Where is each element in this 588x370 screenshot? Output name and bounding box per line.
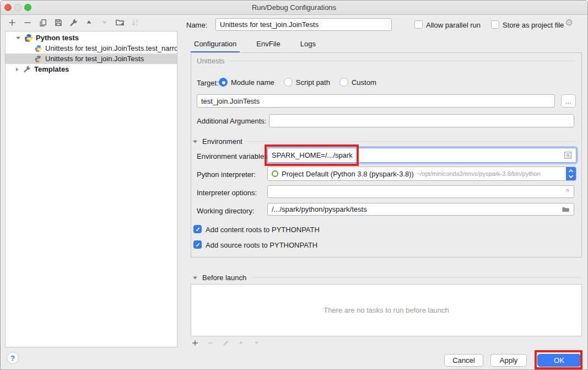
radio-script-path[interactable]: Script path: [284, 78, 330, 87]
radio-module-name[interactable]: Module name: [219, 78, 274, 87]
additional-arguments-label: Additional Arguments:: [197, 117, 266, 125]
tab-logs[interactable]: Logs: [297, 37, 319, 53]
before-launch-section-label: Before launch: [202, 274, 246, 282]
python-tests-icon: [24, 34, 33, 42]
move-down-icon[interactable]: [100, 18, 109, 27]
python-interpreter-label: Python interpreter:: [197, 170, 256, 179]
apply-button[interactable]: Apply: [490, 354, 527, 367]
move-task-up-icon[interactable]: [236, 338, 246, 347]
tab-configuration[interactable]: Configuration: [191, 37, 240, 53]
name-input[interactable]: [215, 18, 392, 31]
python-test-config-icon: [35, 55, 42, 63]
target-input[interactable]: [197, 94, 555, 108]
help-button[interactable]: ?: [7, 352, 19, 364]
before-launch-toolbar: [190, 338, 261, 347]
target-label: Target:: [197, 79, 219, 87]
remove-task-icon[interactable]: [206, 338, 215, 347]
store-as-project-file-checkbox[interactable]: [491, 20, 499, 29]
radio-label: Module name: [231, 78, 274, 87]
add-content-roots-checkbox[interactable]: [193, 225, 202, 233]
tree-item-unittest-narrow[interactable]: Unittests for test_join.JoinTests.test_n…: [6, 43, 177, 53]
store-as-project-file-label[interactable]: Store as project file: [503, 21, 564, 29]
add-source-roots-label[interactable]: Add source roots to PYTHONPATH: [206, 241, 317, 249]
python-interpreter-path: ~/opt/miniconda3/envs/pyspark-3.8/bin/py…: [417, 170, 541, 177]
allow-parallel-run-checkbox[interactable]: [414, 20, 423, 29]
before-launch-section-header: Before launch: [192, 274, 581, 282]
working-directory-value: /.../spark/python/pyspark/tests: [272, 205, 367, 213]
expand-field-icon[interactable]: [563, 188, 570, 195]
ok-button[interactable]: OK: [537, 354, 581, 367]
wrench-icon: [23, 65, 31, 73]
radio-label: Custom: [352, 78, 376, 87]
radio-custom[interactable]: Custom: [339, 78, 376, 87]
python-test-config-icon: [35, 45, 42, 52]
window-title: Run/Debug Configurations: [1, 1, 587, 14]
move-task-down-icon[interactable]: [252, 338, 261, 347]
unittests-section-label: Unittests: [197, 57, 225, 65]
chevron-down-icon[interactable]: [15, 35, 21, 41]
environment-section-label: Environment: [202, 137, 242, 146]
tab-bar: Configuration EnvFile Logs: [191, 37, 319, 53]
target-radio-group: Module name Script path Custom: [219, 78, 376, 87]
python-interpreter-combobox[interactable]: Project Default (Python 3.8 (pyspark-3.8…: [267, 167, 576, 181]
name-label: Name:: [186, 21, 207, 29]
interpreter-options-label: Interpreter options:: [197, 189, 257, 197]
before-launch-empty-message: There are no tasks to run before launch: [323, 306, 449, 314]
before-launch-task-list: There are no tasks to run before launch: [191, 284, 582, 336]
remove-configuration-icon[interactable]: [23, 18, 32, 27]
conda-environment-icon: [272, 170, 278, 177]
edit-task-icon[interactable]: [221, 338, 230, 347]
unittests-section-header: Unittests: [197, 57, 576, 65]
environment-variables-value: SPARK_HOME=/.../spark: [272, 151, 353, 159]
edit-templates-icon[interactable]: [69, 18, 78, 27]
radio-label: Script path: [296, 78, 330, 87]
radio-icon: [219, 78, 228, 87]
add-content-roots-label[interactable]: Add content roots to PYTHONPATH: [206, 226, 320, 234]
sort-alphabetically-icon[interactable]: [131, 18, 140, 27]
environment-section-header: Environment: [192, 137, 576, 146]
tree-item-unittest-jointests[interactable]: Unittests for test_join.JoinTests: [6, 53, 177, 64]
configurations-tree: Python tests Unittests for test_join.Joi…: [5, 31, 177, 347]
copy-configuration-icon[interactable]: [38, 18, 47, 27]
move-up-icon[interactable]: [84, 18, 94, 27]
section-divider: [251, 277, 581, 278]
add-source-roots-checkbox[interactable]: [193, 240, 202, 249]
combobox-stepper-icon[interactable]: [566, 167, 576, 180]
working-directory-label: Working directory:: [197, 207, 255, 215]
environment-variables-label: Environment variables:: [197, 152, 269, 160]
browse-variables-icon[interactable]: [564, 151, 572, 159]
tab-envfile[interactable]: EnvFile: [253, 37, 283, 53]
run-debug-configurations-dialog: Run/Debug Configurations Python tests Un…: [0, 0, 588, 370]
additional-arguments-input[interactable]: [269, 114, 574, 127]
add-task-icon[interactable]: [190, 338, 199, 347]
python-interpreter-value: Project Default (Python 3.8 (pyspark-3.8…: [282, 170, 414, 178]
gear-icon[interactable]: ⚙: [565, 18, 573, 28]
interpreter-options-input[interactable]: [267, 185, 574, 198]
tree-item-label: Unittests for test_join.JoinTests: [45, 55, 144, 63]
section-divider: [229, 61, 576, 61]
new-folder-icon[interactable]: [115, 18, 125, 27]
tree-item-label: Python tests: [36, 34, 79, 42]
configurations-toolbar: [7, 18, 140, 27]
collapse-chevron-down-icon[interactable]: [192, 275, 198, 281]
environment-variables-input[interactable]: SPARK_HOME=/.../spark: [267, 148, 576, 163]
add-configuration-icon[interactable]: [7, 18, 17, 27]
cancel-button[interactable]: Cancel: [444, 354, 483, 367]
save-configuration-icon[interactable]: [53, 18, 63, 27]
working-directory-input[interactable]: /.../spark/python/pyspark/tests: [267, 203, 574, 216]
title-bar: Run/Debug Configurations: [1, 1, 587, 15]
chevron-right-icon[interactable]: [14, 67, 20, 72]
allow-parallel-run-label[interactable]: Allow parallel run: [426, 21, 481, 29]
collapse-chevron-down-icon[interactable]: [192, 139, 198, 144]
browse-folder-icon[interactable]: [562, 205, 570, 213]
browse-button[interactable]: ...: [561, 94, 576, 108]
tree-item-label: Templates: [34, 65, 69, 73]
tree-item-templates[interactable]: Templates: [6, 64, 177, 74]
radio-icon: [339, 78, 348, 87]
section-divider: [247, 141, 576, 142]
radio-icon: [284, 78, 293, 87]
tree-item-python-tests[interactable]: Python tests: [6, 33, 177, 43]
tree-item-label: Unittests for test_join.JoinTests.test_n…: [45, 44, 177, 52]
